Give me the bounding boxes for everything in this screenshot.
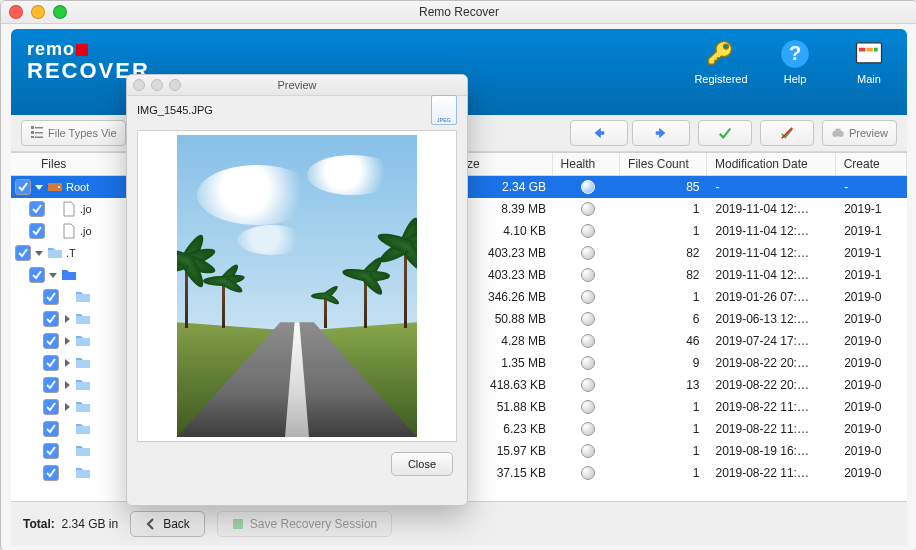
tree-row[interactable]: [11, 308, 139, 330]
tree-row[interactable]: Root: [11, 176, 139, 198]
preview-footer: Close: [127, 452, 467, 476]
help-button[interactable]: ? Help: [769, 39, 821, 85]
tree-row[interactable]: [11, 418, 139, 440]
health-dot-icon: [581, 290, 595, 304]
registered-button[interactable]: Registered: [695, 39, 747, 85]
window-controls: [9, 5, 67, 19]
binoculars-icon: [831, 126, 845, 140]
registered-label: Registered: [694, 73, 747, 85]
folder-icon: [75, 289, 91, 305]
preview-zoom-icon[interactable]: [169, 79, 181, 91]
svg-point-16: [58, 186, 60, 188]
tree-row[interactable]: [11, 374, 139, 396]
checkbox[interactable]: [29, 223, 45, 239]
nav-back-button[interactable]: [570, 120, 628, 146]
cell-mod-date: 2019-08-22 11:…: [708, 422, 837, 436]
save-recovery-session-button[interactable]: Save Recovery Session: [217, 511, 392, 537]
main-button[interactable]: Main: [843, 39, 895, 85]
svg-rect-17: [233, 519, 243, 529]
checkbox[interactable]: [43, 333, 59, 349]
checkbox[interactable]: [15, 245, 31, 261]
tree-item-label: .T: [66, 247, 76, 259]
disclosure-triangle-icon[interactable]: [62, 381, 72, 389]
tree-row[interactable]: [11, 330, 139, 352]
cell-health: [554, 202, 621, 216]
disclosure-triangle-icon[interactable]: [48, 271, 58, 279]
back-button[interactable]: Back: [130, 511, 205, 537]
close-window-icon[interactable]: [9, 5, 23, 19]
tree-icon: [30, 125, 44, 141]
cell-mod-date: 2019-11-04 12:…: [708, 202, 837, 216]
disclosure-triangle-icon[interactable]: [34, 183, 44, 191]
svg-rect-6: [31, 126, 34, 129]
checkbox[interactable]: [43, 311, 59, 327]
col-health[interactable]: Health: [553, 153, 620, 175]
checkbox[interactable]: [43, 443, 59, 459]
folder-icon: [75, 465, 91, 481]
checkbox[interactable]: [43, 355, 59, 371]
checkbox[interactable]: [29, 267, 45, 283]
jpeg-badge-icon: [431, 95, 457, 125]
disclosure-triangle-icon[interactable]: [34, 249, 44, 257]
col-mod-date[interactable]: Modification Date: [707, 153, 836, 175]
tree-row[interactable]: .jo: [11, 198, 139, 220]
checkbox[interactable]: [15, 179, 31, 195]
checkbox[interactable]: [43, 289, 59, 305]
minimize-window-icon[interactable]: [31, 5, 45, 19]
cell-mod-date: 2019-06-13 12:…: [708, 312, 837, 326]
preview-title: Preview: [277, 79, 316, 91]
total-value: 2.34 GB in: [61, 517, 118, 531]
disclosure-triangle-icon[interactable]: [62, 359, 72, 367]
preview-button[interactable]: Preview: [822, 120, 897, 146]
health-dot-icon: [581, 224, 595, 238]
tree-row[interactable]: .jo: [11, 220, 139, 242]
folder-icon: [75, 421, 91, 437]
mark-button[interactable]: [698, 120, 752, 146]
key-icon: [706, 39, 736, 69]
preview-close-button[interactable]: Close: [391, 452, 453, 476]
cell-health: [554, 400, 621, 414]
tree-row[interactable]: .T: [11, 242, 139, 264]
cell-health: [554, 422, 621, 436]
checkbox[interactable]: [29, 201, 45, 217]
preview-minimize-icon[interactable]: [151, 79, 163, 91]
preview-image: [177, 135, 417, 437]
tree-row[interactable]: [11, 462, 139, 484]
nav-forward-button[interactable]: [632, 120, 690, 146]
svg-rect-11: [35, 137, 43, 139]
cell-files-count: 85: [621, 180, 708, 194]
checkbox[interactable]: [43, 399, 59, 415]
disclosure-triangle-icon[interactable]: [62, 337, 72, 345]
tree-row[interactable]: [11, 352, 139, 374]
save-session-label: Save Recovery Session: [250, 517, 377, 531]
cell-create-date: 2019-0: [836, 290, 907, 304]
col-create-date[interactable]: Create: [836, 153, 907, 175]
checkbox[interactable]: [43, 465, 59, 481]
tree-row[interactable]: [11, 286, 139, 308]
tree-row[interactable]: [11, 396, 139, 418]
folder-icon: [47, 245, 63, 261]
disclosure-triangle-icon[interactable]: [62, 315, 72, 323]
health-dot-icon: [581, 444, 595, 458]
disclosure-triangle-icon[interactable]: [62, 403, 72, 411]
file-types-view-label: File Types Vie: [48, 127, 117, 139]
checkbox[interactable]: [43, 377, 59, 393]
preview-close-icon[interactable]: [133, 79, 145, 91]
svg-rect-9: [35, 127, 43, 129]
zoom-window-icon[interactable]: [53, 5, 67, 19]
cell-mod-date: 2019-01-26 07:…: [708, 290, 837, 304]
file-types-view-button[interactable]: File Types Vie: [21, 120, 126, 146]
checkbox[interactable]: [43, 421, 59, 437]
health-dot-icon: [581, 202, 595, 216]
cell-create-date: 2019-0: [836, 400, 907, 414]
help-icon: ?: [780, 39, 810, 69]
tree-row[interactable]: [11, 264, 139, 286]
health-dot-icon: [581, 378, 595, 392]
col-files-count[interactable]: Files Count: [620, 153, 707, 175]
window-title: Remo Recover: [419, 5, 499, 19]
cell-mod-date: 2019-08-22 20:…: [708, 378, 837, 392]
tree-row[interactable]: [11, 440, 139, 462]
unmark-button[interactable]: [760, 120, 814, 146]
cell-create-date: 2019-1: [836, 246, 907, 260]
health-dot-icon: [581, 246, 595, 260]
